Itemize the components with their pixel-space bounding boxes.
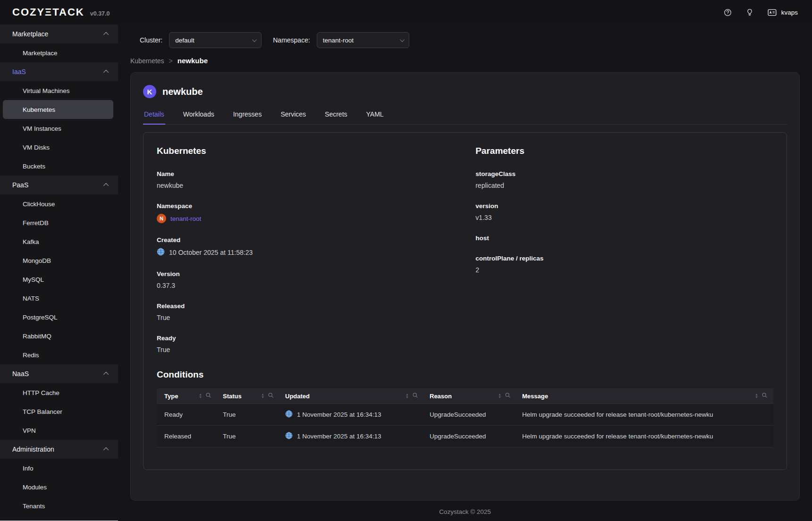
page-title: newkube [162,86,203,97]
sidebar-item-modules[interactable]: Modules [0,478,118,496]
sidebar-item-kafka[interactable]: Kafka [0,232,118,251]
sort-icon[interactable]: ▲▼ [755,393,758,399]
globe-icon [285,410,293,419]
cell-type: Ready [157,404,217,426]
sidebar-item-mongodb[interactable]: MongoDB [0,251,118,270]
sort-icon[interactable]: ▲▼ [261,393,264,399]
param-version: version v1.33 [475,202,773,221]
field-label: host [475,235,773,242]
field-released: Released True [157,303,475,321]
namespace-link[interactable]: tenant-root [170,215,201,222]
sort-icon[interactable]: ▲▼ [498,393,501,399]
chevron-down-icon [252,37,257,42]
param-storageclass: storageClass replicated [475,170,773,189]
sidebar-section-marketplace[interactable]: Marketplace [0,25,118,43]
field-label: Name [157,170,475,177]
app-logo[interactable]: COZYΞTACK v0.37.0 [12,6,118,18]
sidebar-section-administration[interactable]: Administration [0,440,118,459]
globe-icon [285,432,293,441]
tab-details[interactable]: Details [143,109,165,124]
tab-ingresses[interactable]: Ingresses [232,109,263,124]
sidebar-item-vpn[interactable]: VPN [0,421,118,440]
chevron-up-icon [103,447,109,453]
column-label: Reason [430,393,452,400]
sidebar-section-naas[interactable]: NaaS [0,364,118,383]
parameters-section-title: Parameters [475,146,773,156]
search-icon[interactable] [268,392,274,400]
column-header-message[interactable]: Message ▲▼ [516,388,773,404]
breadcrumb-kubernetes[interactable]: Kubernetes [130,57,164,65]
field-version: Version 0.37.3 [157,270,475,289]
sidebar-item-tcp-balancer[interactable]: TCP Balancer [0,402,118,421]
sort-icon[interactable]: ▲▼ [406,393,409,399]
field-label: version [475,202,773,210]
namespace-label: Namespace: [273,36,310,44]
created-value: 10 October 2025 at 11:58:23 [169,249,253,256]
sidebar-item-ferretdb[interactable]: FerretDB [0,213,118,232]
column-header-reason[interactable]: Reason ▲▼ [424,388,516,404]
parameters-section: Parameters storageClass replicated versi… [475,146,773,367]
sidebar-item-nats[interactable]: NATS [0,289,118,308]
section-label-marketplace: Marketplace [12,30,48,38]
globe-icon [157,248,165,257]
tab-bar: Details Workloads Ingresses Services Sec… [143,109,787,125]
tab-workloads[interactable]: Workloads [182,109,215,124]
search-icon[interactable] [205,392,211,400]
conditions-title: Conditions [157,370,773,380]
sidebar-item-marketplace[interactable]: Marketplace [0,43,118,62]
field-label: storageClass [475,170,773,177]
column-header-type[interactable]: Type ▲▼ [157,388,217,404]
field-value: newkube [157,182,475,189]
search-icon[interactable] [761,392,768,400]
sidebar-item-postgresql[interactable]: PostgreSQL [0,308,118,327]
sort-icon[interactable]: ▲▼ [199,393,202,399]
column-header-updated[interactable]: Updated ▲▼ [279,388,424,404]
field-name: Name newkube [157,170,475,189]
sidebar-item-vm-instances[interactable]: VM Instances [0,119,118,138]
search-icon[interactable] [412,392,418,400]
field-label: Released [157,303,475,310]
cell-message: Helm upgrade succeeded for release tenan… [516,404,773,426]
field-value: v1.33 [475,214,773,221]
sidebar-item-http-cache[interactable]: HTTP Cache [0,383,118,402]
user-menu[interactable]: kvaps [767,8,798,17]
field-value: True [157,314,475,321]
field-ready: Ready True [157,335,475,353]
cluster-label: Cluster: [140,36,162,44]
sidebar-item-tenants[interactable]: Tenants [0,496,118,515]
conditions-header-row: Type ▲▼ [157,388,773,404]
help-icon[interactable] [723,8,732,17]
namespace-select[interactable]: tenant-root [317,32,409,48]
updated-value: 1 November 2025 at 16:34:13 [297,433,381,440]
search-icon[interactable] [505,392,511,400]
resource-card: K newkube Details Workloads Ingresses Se… [130,72,800,501]
breadcrumb: Kubernetes > newkube [130,57,799,65]
sidebar-item-redis[interactable]: Redis [0,345,118,364]
sidebar-item-clickhouse[interactable]: ClickHouse [0,194,118,213]
kubernetes-section-title: Kubernetes [157,146,475,156]
cell-updated: 1 November 2025 at 16:34:13 [279,404,424,426]
cell-message: Helm upgrade succeeded for release tenan… [516,426,773,447]
chevron-up-icon [103,70,109,75]
user-name: kvaps [781,9,798,16]
tab-secrets[interactable]: Secrets [324,109,348,124]
tab-yaml[interactable]: YAML [365,109,385,124]
sidebar-item-info[interactable]: Info [0,459,118,478]
sidebar-section-iaas[interactable]: IaaS [0,62,118,81]
cell-type: Released [157,426,217,447]
kubernetes-section: Kubernetes Name newkube Namespace N tena… [157,146,475,367]
tab-services[interactable]: Services [279,109,307,124]
theme-bulb-icon[interactable] [745,8,754,17]
sidebar-item-vm-disks[interactable]: VM Disks [0,138,118,157]
sidebar-item-kubernetes[interactable]: Kubernetes [3,100,113,119]
sidebar-section-paas[interactable]: PaaS [0,176,118,194]
chevron-down-icon [400,37,405,42]
sidebar-item-mysql[interactable]: MySQL [0,270,118,289]
column-label: Status [223,393,242,400]
cluster-select[interactable]: default [169,32,262,48]
column-header-status[interactable]: Status ▲▼ [217,388,279,404]
section-label-iaas: IaaS [12,68,26,76]
sidebar-item-rabbitmq[interactable]: RabbitMQ [0,327,118,345]
sidebar-item-buckets[interactable]: Buckets [0,157,118,176]
sidebar-item-virtual-machines[interactable]: Virtual Machines [0,81,118,100]
